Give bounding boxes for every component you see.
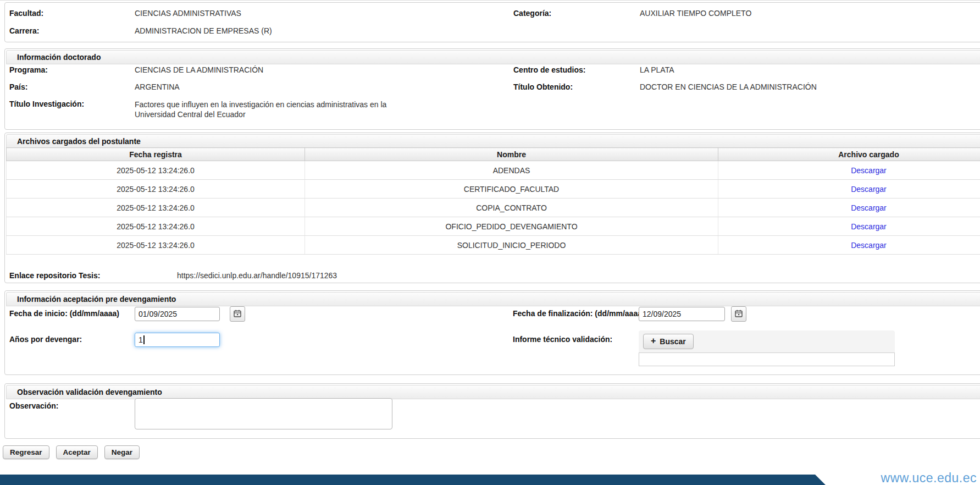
observacion-label: Observación: — [9, 401, 58, 410]
table-row: 2025-05-12 13:24:26.0 COPIA_CONTRATO Des… — [7, 199, 980, 217]
descargar-link[interactable]: Descargar — [851, 185, 887, 194]
negar-button[interactable]: Negar — [104, 445, 140, 459]
informe-tecnico-label: Informe técnico validación: — [513, 335, 612, 344]
titulo-obtenido-value: DOCTOR EN CIENCIAS DE LA ADMINISTRACIÓN — [640, 82, 817, 91]
informe-upload-panel: + Buscar — [639, 330, 895, 352]
pais-value: ARGENTINA — [135, 82, 180, 91]
facultad-label: Facultad: — [9, 9, 43, 18]
panel-observacion: Observación validación devengamiento Obs… — [4, 383, 980, 439]
archivos-table: Fecha registra Nombre Archivo cargado 20… — [6, 147, 980, 255]
footer-navy-bar — [0, 475, 826, 485]
plus-icon: + — [651, 337, 656, 345]
descargar-link[interactable]: Descargar — [851, 166, 887, 175]
categoria-value: AUXILIAR TIEMPO COMPLETO — [640, 9, 751, 18]
action-button-row: Regresar Aceptar Negar — [3, 445, 140, 459]
centro-estudios-value: LA PLATA — [640, 65, 674, 74]
observacion-textarea[interactable] — [135, 398, 392, 429]
cell-fecha: 2025-05-12 13:24:26.0 — [7, 180, 305, 199]
top-divider — [0, 0, 980, 1]
aceptacion-section-title: Información aceptación pre devengamiento — [6, 292, 980, 306]
panel-doctorado: Información doctorado Programa: CIENCIAS… — [4, 48, 980, 130]
descargar-link[interactable]: Descargar — [851, 222, 887, 231]
titulo-investigacion-value: Factores que influyen en la investigació… — [135, 100, 386, 119]
archivos-section-title: Archivos cargados del postulante — [6, 134, 980, 148]
titulo-obtenido-label: Título Obtenido: — [513, 82, 573, 91]
buscar-button[interactable]: + Buscar — [643, 334, 694, 349]
titulo-investigacion-label: Título Investigación: — [9, 100, 84, 108]
programa-label: Programa: — [9, 65, 48, 74]
descargar-link[interactable]: Descargar — [851, 203, 887, 212]
postulante-review-page: Facultad: CIENCIAS ADMINISTRATIVAS Categ… — [0, 0, 980, 485]
col-header-nombre: Nombre — [305, 148, 718, 161]
anios-por-devengar-label: Años por devengar: — [9, 335, 82, 344]
regresar-button[interactable]: Regresar — [3, 445, 49, 459]
fecha-inicio-input[interactable] — [135, 307, 220, 321]
table-row: 2025-05-12 13:24:26.0 CERTIFICADO_FACULT… — [7, 180, 980, 199]
panel-general-info: Facultad: CIENCIAS ADMINISTRATIVAS Categ… — [4, 2, 980, 42]
text-cursor — [143, 335, 145, 344]
aceptar-button[interactable]: Aceptar — [56, 445, 98, 459]
cell-fecha: 2025-05-12 13:24:26.0 — [7, 161, 305, 180]
doctorado-section-title: Información doctorado — [6, 50, 980, 64]
carrera-value: ADMINISTRACION DE EMPRESAS (R) — [135, 26, 272, 35]
facultad-value: CIENCIAS ADMINISTRATIVAS — [135, 9, 241, 18]
observacion-section-title: Observación validación devengamiento — [6, 385, 980, 399]
cell-nombre: OFICIO_PEDIDO_DEVENGAMIENTO — [305, 217, 718, 236]
table-row: 2025-05-12 13:24:26.0 SOLICITUD_INICIO_P… — [7, 236, 980, 255]
cell-nombre: ADENDAS — [305, 161, 718, 180]
fecha-finalizacion-label: Fecha de finalización: (dd/mm/aaaa) — [513, 309, 645, 318]
table-row: 2025-05-12 13:24:26.0 OFICIO_PEDIDO_DEVE… — [7, 217, 980, 236]
fecha-inicio-label: Fecha de inicio: (dd/mm/aaaa) — [9, 309, 119, 318]
fecha-finalizacion-calendar-button[interactable] — [731, 306, 746, 322]
panel-aceptacion: Información aceptación pre devengamiento… — [4, 290, 980, 375]
col-header-archivo-cargado: Archivo cargado — [718, 148, 980, 161]
informe-file-input[interactable] — [639, 352, 895, 366]
cell-fecha: 2025-05-12 13:24:26.0 — [7, 217, 305, 236]
cell-fecha: 2025-05-12 13:24:26.0 — [7, 199, 305, 217]
fecha-finalizacion-input[interactable] — [639, 307, 725, 321]
enlace-tesis-value: https://sedici.unlp.edu.ar/handle/10915/… — [177, 271, 337, 280]
enlace-tesis-label: Enlace repositorio Tesis: — [9, 271, 100, 280]
centro-estudios-label: Centro de estudios: — [513, 65, 585, 74]
col-header-fecha-registra: Fecha registra — [7, 148, 305, 161]
cell-fecha: 2025-05-12 13:24:26.0 — [7, 236, 305, 255]
buscar-button-label: Buscar — [660, 337, 685, 346]
table-row: 2025-05-12 13:24:26.0 ADENDAS Descargar — [7, 161, 980, 180]
cell-nombre: COPIA_CONTRATO — [305, 199, 718, 217]
cell-nombre: SOLICITUD_INICIO_PERIODO — [305, 236, 718, 255]
archivos-header-row: Fecha registra Nombre Archivo cargado — [7, 148, 980, 161]
fecha-inicio-calendar-button[interactable] — [230, 306, 245, 322]
calendar-icon — [735, 310, 743, 319]
descargar-link[interactable]: Descargar — [851, 241, 887, 250]
anios-por-devengar-input[interactable] — [135, 333, 220, 347]
panel-archivos: Archivos cargados del postulante Fecha r… — [4, 133, 980, 283]
calendar-icon — [234, 310, 241, 319]
cell-nombre: CERTIFICADO_FACULTAD — [305, 180, 718, 199]
carrera-label: Carrera: — [9, 26, 39, 35]
programa-value: CIENCIAS DE LA ADMINISTRACIÓN — [135, 65, 263, 74]
pais-label: País: — [9, 82, 27, 91]
footer-site-url: www.uce.edu.ec — [881, 471, 977, 485]
categoria-label: Categoría: — [513, 9, 551, 18]
